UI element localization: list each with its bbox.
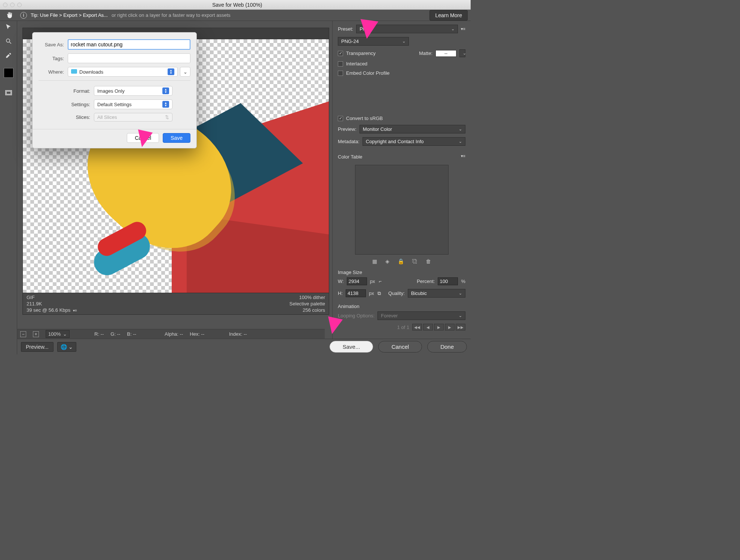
panel-menu-icon[interactable]: ▾≡: [461, 27, 465, 31]
layout-toggle-icon[interactable]: [3, 88, 14, 97]
where-label: Where:: [39, 69, 68, 75]
sd-slices-label: Slices:: [39, 114, 94, 120]
zoom-dropdown[interactable]: 100%⌄: [46, 330, 70, 338]
link-top-icon: ⌐: [378, 279, 382, 284]
svg-line-1: [9, 42, 11, 44]
ct-icon-cube[interactable]: ◈: [385, 258, 389, 264]
sd-format-label: Format:: [39, 88, 94, 94]
status-g: G: --: [111, 331, 120, 337]
animation-controls: ◀◀ ◀ ▶ ▶ ▶▶: [412, 324, 465, 330]
footer-size: 211.9K: [27, 301, 42, 307]
browser-preview-button[interactable]: 🌐 ⌄: [57, 342, 76, 352]
interlaced-checkbox[interactable]: [338, 61, 343, 67]
color-swatch[interactable]: [4, 68, 13, 78]
metadata-dropdown[interactable]: Copyright and Contact Info: [363, 137, 465, 146]
footer-time: 39 sec @ 56.6 Kbps: [27, 307, 70, 313]
sd-format-dropdown[interactable]: Images Only▲▼: [94, 86, 172, 96]
save-button[interactable]: Save...: [330, 341, 373, 353]
pointer-tool-icon[interactable]: [3, 22, 14, 31]
quality-label: Quality:: [388, 290, 405, 296]
interlaced-label: Interlaced: [346, 61, 367, 67]
last-frame-button: ▶▶: [456, 324, 465, 330]
width-unit: px: [370, 279, 375, 284]
filename-input[interactable]: [68, 39, 190, 50]
matte-label: Matte:: [419, 50, 432, 56]
footer-colors: 256 colors: [303, 307, 325, 313]
expand-dialog-button[interactable]: ⌄: [180, 67, 190, 77]
canvas-footer: GIF 100% dither 211.9K Selective palette…: [22, 293, 329, 315]
percent-unit: %: [461, 279, 465, 284]
frame-counter: 1 of 1: [397, 324, 409, 330]
width-label: W:: [338, 279, 344, 284]
link-dimensions-icon[interactable]: ⧉: [377, 290, 382, 296]
where-dropdown[interactable]: Downloads ▲▼: [68, 67, 178, 77]
annotation-arrow-icon: [358, 19, 378, 40]
first-frame-button: ◀◀: [412, 324, 422, 330]
quality-dropdown[interactable]: Bicubic: [408, 289, 465, 298]
svg-rect-3: [6, 91, 11, 94]
color-table-toolbar: ▦ ◈ 🔒 ⿻ 🗑: [338, 258, 465, 264]
color-table-label: Color Table: [338, 154, 363, 160]
zoom-out-button[interactable]: −: [20, 331, 26, 337]
animation-label: Animation: [338, 304, 465, 309]
matte-swatch[interactable]: --: [435, 50, 456, 57]
prev-frame-button: ◀: [423, 324, 433, 330]
preset-label: Preset:: [338, 26, 353, 32]
preview-dropdown[interactable]: Monitor Color: [360, 125, 465, 133]
status-alpha: Alpha: --: [165, 331, 183, 337]
ct-trash-icon[interactable]: 🗑: [426, 258, 431, 264]
flyout-icon[interactable]: ▾≡: [72, 308, 77, 313]
preview-button[interactable]: Preview...: [21, 342, 53, 352]
convert-srgb-label: Convert to sRGB: [346, 116, 383, 121]
transparency-checkbox[interactable]: [338, 51, 343, 56]
tags-input[interactable]: [68, 53, 190, 63]
height-input[interactable]: [346, 289, 366, 297]
sd-slices-dropdown: All Slices⇅: [94, 113, 172, 121]
width-input[interactable]: [347, 277, 367, 285]
title-bar: Save for Web (100%): [0, 0, 471, 10]
tags-label: Tags:: [39, 56, 68, 61]
zoom-tool-icon[interactable]: [3, 37, 14, 46]
height-unit: px: [369, 290, 374, 296]
footer-format: GIF: [27, 295, 35, 300]
window-title: Save for Web (100%): [7, 2, 468, 8]
height-label: H:: [338, 290, 343, 296]
ct-icon-1[interactable]: ▦: [372, 258, 377, 264]
tip-text-weak: or right click on a layer for a faster w…: [111, 12, 230, 18]
saveas-label: Save As:: [39, 42, 68, 47]
cancel-button[interactable]: Cancel: [378, 341, 422, 353]
color-table[interactable]: [355, 165, 449, 255]
dialog-save-button[interactable]: Save: [163, 133, 190, 143]
done-button[interactable]: Done: [427, 341, 467, 353]
matte-dropdown-toggle[interactable]: [459, 49, 465, 57]
percent-input[interactable]: [438, 277, 458, 285]
zoom-in-button[interactable]: +: [33, 331, 39, 337]
status-index: Index: --: [229, 331, 247, 337]
bottom-bar: Preview... 🌐 ⌄ Save... Cancel Done: [17, 339, 471, 354]
color-table-menu-icon[interactable]: ▾≡: [461, 154, 465, 159]
tip-text-strong: Tip: Use File > Export > Export As...: [31, 12, 108, 18]
looping-dropdown: Forever: [377, 311, 465, 320]
footer-dither: 100% dither: [299, 295, 325, 300]
sd-settings-dropdown[interactable]: Default Settings▲▼: [94, 99, 172, 109]
eyedropper-tool-icon[interactable]: [3, 51, 14, 60]
status-b: B: --: [127, 331, 137, 337]
next-frame-button: ▶: [445, 324, 455, 330]
info-icon: i: [20, 12, 27, 19]
footer-palette: Selective palette: [290, 301, 325, 307]
save-dialog: Save As: Tags: Where: Downloads ▲▼ ⌄ For…: [32, 32, 197, 148]
preview-label: Preview:: [338, 126, 357, 132]
image-size-label: Image Size: [338, 270, 465, 275]
hand-tool-icon[interactable]: [3, 12, 16, 19]
settings-panel: Preset: PNG ▾≡ PNG-24 Transparency Matte…: [332, 21, 471, 354]
ct-new-icon[interactable]: ⿻: [412, 258, 418, 264]
learn-more-button[interactable]: Learn More: [429, 10, 468, 21]
convert-srgb-checkbox[interactable]: [338, 116, 343, 121]
transparency-label: Transparency: [346, 50, 376, 56]
ct-lock-icon[interactable]: 🔒: [398, 258, 404, 264]
percent-label: Percent:: [417, 279, 435, 284]
embed-profile-label: Embed Color Profile: [346, 70, 389, 76]
status-r: R: --: [94, 331, 104, 337]
embed-profile-checkbox[interactable]: [338, 71, 343, 76]
svg-point-0: [6, 39, 10, 42]
